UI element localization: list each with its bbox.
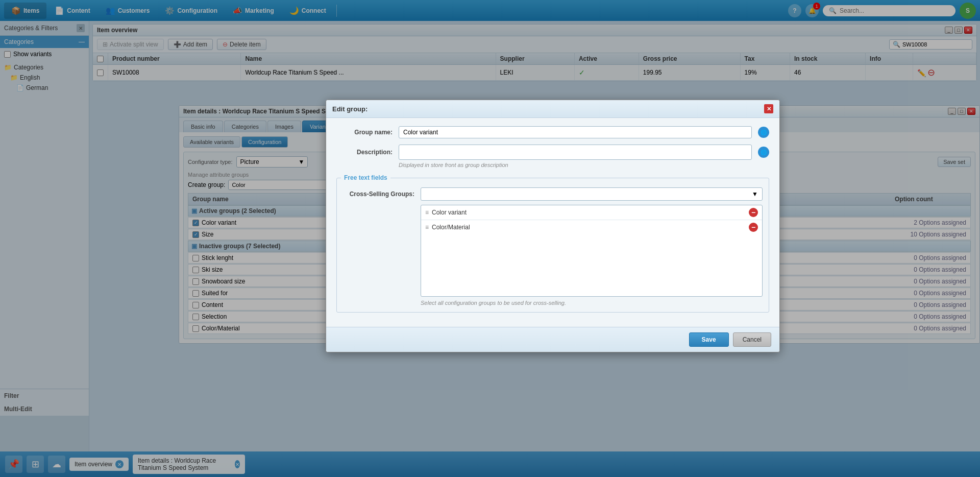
description-row: Description: 🌐: [336, 145, 769, 160]
dialog-footer: Save Cancel: [326, 327, 779, 352]
group-name-row: Group name: 🌐: [336, 126, 769, 138]
free-text-legend: Free text fields: [341, 174, 390, 181]
edit-group-dialog: Edit group: ✕ Group name: 🌐 Description:…: [326, 100, 780, 352]
cancel-button[interactable]: Cancel: [733, 332, 771, 347]
dialog-title: Edit group:: [332, 105, 368, 113]
dialog-close-button[interactable]: ✕: [764, 104, 773, 113]
description-lang-icon[interactable]: 🌐: [758, 147, 769, 158]
free-text-section: Free text fields Cross-Selling Groups: ▼…: [336, 174, 769, 313]
cross-item-color-variant: Color variant: [432, 209, 746, 216]
group-name-lang-icon[interactable]: 🌐: [758, 127, 769, 138]
cross-select-arrow: ▼: [752, 190, 758, 198]
cross-selling-row: Cross-Selling Groups: ▼: [343, 187, 763, 201]
cross-selling-label: Cross-Selling Groups:: [343, 190, 414, 198]
drag-handle-icon-2[interactable]: ≡: [425, 224, 429, 231]
group-name-input[interactable]: [403, 129, 747, 136]
description-input[interactable]: [403, 149, 747, 156]
remove-color-variant-button[interactable]: −: [749, 208, 758, 217]
remove-color-material-button[interactable]: −: [749, 223, 758, 232]
cross-item-color-material: Color/Material: [432, 224, 746, 231]
free-text-inner: Cross-Selling Groups: ▼ ≡ Color variant …: [337, 181, 769, 312]
group-name-label: Group name:: [336, 129, 393, 136]
description-hint: Displayed in store front as group descri…: [399, 162, 769, 168]
dialog-body: Group name: 🌐 Description: 🌐 Displayed i…: [326, 118, 779, 327]
cross-list-item-color-material[interactable]: ≡ Color/Material −: [421, 220, 762, 234]
cross-selling-list: ≡ Color variant − ≡ Color/Material −: [421, 205, 763, 297]
cross-list-item-color-variant[interactable]: ≡ Color variant −: [421, 205, 762, 220]
drag-handle-icon[interactable]: ≡: [425, 209, 429, 216]
save-button[interactable]: Save: [689, 332, 729, 347]
description-label: Description:: [336, 149, 393, 156]
cross-selling-select[interactable]: ▼: [421, 187, 763, 201]
dialog-header: Edit group: ✕: [326, 100, 779, 118]
cross-hint-text: Select all configuration groups to be us…: [421, 300, 763, 306]
